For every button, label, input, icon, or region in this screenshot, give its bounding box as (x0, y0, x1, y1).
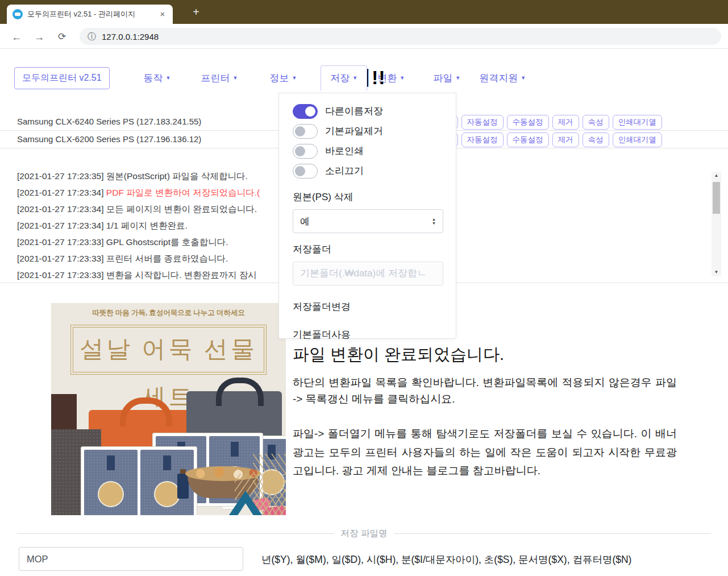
printer-name: Samsung CLX-6240 Series PS (127.183.241.… (17, 117, 201, 126)
browser-tab[interactable]: 모두의프린터 v2.51 - 관리페이지 × (7, 5, 173, 24)
nav-item-file[interactable]: 파일 ▼ (433, 72, 460, 85)
manual-setup-button[interactable]: 수동설정 (507, 132, 549, 147)
app-navbar: 모두의프린터 v2.51 동작 ▼ 프린터 ▼ 정보 ▼ 저장 ▼ 변환 ▼ 파… (14, 67, 526, 89)
log-timestamp: [2021-01-27 17:23:33] (17, 270, 104, 280)
manual-setup-button[interactable]: 수동설정 (507, 115, 549, 130)
save-folder-label: 저장폴더 (293, 243, 442, 256)
log-timestamp: [2021-01-27 17:23:34] (17, 188, 104, 197)
filename-variables-hint: 년($Y), 월($M), 일($D), 시($H), 분($I/대문자아이),… (261, 553, 631, 566)
select-arrows-icon: ▲ ▼ (432, 217, 436, 225)
log-timestamp: [2021-01-27 17:23:33] (17, 254, 104, 263)
remove-button[interactable]: 제거 (552, 115, 579, 130)
save-folder-input (293, 262, 443, 285)
nav-label: 프린터 (201, 72, 230, 85)
nav-item-printer[interactable]: 프린터 ▼ (201, 72, 238, 85)
tab-close-icon[interactable]: × (157, 9, 168, 20)
log-text: 1/1 페이지 변환완료. (106, 221, 188, 230)
toggle-row-print-now[interactable]: 바로인쇄 (293, 141, 442, 161)
toggle-label: 다른이름저장 (325, 105, 383, 118)
remove-default-file-toggle[interactable] (293, 124, 318, 139)
browser-toolbar: ← → ⟳ ⓘ 127.0.0.1:2948 (0, 24, 728, 49)
printer-favicon-icon (13, 9, 23, 19)
ps-delete-value: 예 (300, 215, 310, 228)
print-now-toggle[interactable] (293, 144, 318, 159)
chevron-down-icon: ▼ (352, 75, 357, 81)
print-queue-button[interactable]: 인쇄대기열 (613, 132, 663, 147)
filename-input[interactable] (19, 547, 243, 571)
use-default-folder-item[interactable]: 기본폴더사용 (293, 328, 442, 341)
back-icon[interactable]: ← (9, 30, 24, 44)
nav-item-remote-support[interactable]: 원격지원 ▼ (479, 72, 526, 85)
log-text: 변환을 시작합니다. 변환완료까지 잠시 (106, 270, 257, 280)
toggle-row-remove-default-file[interactable]: 기본파일제거 (293, 121, 442, 141)
save-as-toggle[interactable] (293, 104, 318, 119)
chevron-down-icon: ▼ (233, 75, 238, 81)
filename-legend: 저장 파일명 (334, 528, 394, 540)
printer-name: Samsung CLX-6200 Series PS (127.196.136.… (17, 134, 201, 144)
nav-label: 원격지원 (479, 72, 518, 85)
nav-label: 파일 (433, 72, 452, 85)
banner-tagline: 따뜻한 마음 가득, 효성어묵으로 나누고 더하세요 (51, 308, 286, 318)
toggle-row-mute[interactable]: 소리끄기 (293, 161, 442, 181)
chevron-down-icon: ▼ (292, 75, 297, 81)
conversion-instructions: 하단의 변환파일 목록을 확인바랍니다. 변환파일목록에 적용되지 않은경우 파… (293, 374, 677, 408)
conversion-message: 파일 변환이 완료되었습니다. 하단의 변환파일 목록을 확인바랍니다. 변환파… (293, 343, 677, 480)
nav-label: 동작 (144, 72, 163, 85)
log-scrollbar[interactable]: ▲ ▼ (712, 172, 721, 276)
printer-actions: 자동설정 수동설정 제거 속성 인쇄대기열 (441, 132, 663, 147)
log-text: GPL Ghostscript를 호출합니다. (106, 237, 228, 247)
info-icon[interactable]: ⓘ (88, 31, 96, 42)
ps-delete-label: 원본(PS) 삭제 (293, 190, 442, 204)
nav-item-action[interactable]: 동작 ▼ (144, 72, 171, 85)
scrollbar-thumb[interactable] (713, 182, 720, 214)
remove-button[interactable]: 제거 (552, 132, 579, 147)
log-text: 원본(PostScript) 파일을 삭제합니다. (106, 171, 248, 181)
url-text: 127.0.0.1:2948 (102, 32, 159, 42)
ps-delete-select[interactable]: 예 ▲ ▼ (293, 209, 443, 233)
chevron-down-icon: ▼ (166, 75, 171, 81)
sauce-bottle (177, 474, 189, 499)
log-text: 프린터 서버를 종료하였습니다. (106, 254, 228, 263)
arrow-down-icon: ▼ (432, 221, 436, 225)
conversion-complete-heading: 파일 변환이 완료되었습니다. (293, 343, 677, 366)
toggle-label: 소리끄기 (325, 164, 364, 177)
save-dropdown-menu: 다른이름저장 기본파일제거 바로인쇄 소리끄기 원본(PS) 삭제 예 ▲ ▼ … (278, 93, 456, 339)
banner-title-frame: 설날 어묵 선물세트 (70, 325, 267, 375)
properties-button[interactable]: 속성 (583, 132, 609, 147)
brand-button[interactable]: 모두의프린터 v2.51 (14, 67, 110, 89)
change-save-folder-item[interactable]: 저장폴더변경 (293, 300, 442, 313)
log-timestamp: [2021-01-27 17:23:33] (17, 237, 104, 247)
screen: 모두의프린터 v2.51 - 관리페이지 × + ← → ⟳ ⓘ 127.0.0… (0, 0, 728, 576)
scroll-up-icon[interactable]: ▲ (712, 172, 721, 180)
log-text: PDF 파일로 변환하여 저장되었습니다.( (106, 188, 260, 197)
forward-icon[interactable]: → (32, 30, 47, 44)
log-text: 모든 페이지의 변환이 완료되었습니다. (106, 204, 257, 214)
brand-triangle-logo (222, 491, 269, 515)
nav-item-save[interactable]: 저장 ▼ (321, 65, 367, 91)
arrow-up-icon: ▲ (432, 217, 436, 221)
log-timestamp: [2021-01-27 17:23:34] (17, 221, 104, 230)
browser-tabbar: 모두의프린터 v2.51 - 관리페이지 × + (0, 0, 728, 24)
tab-title: 모두의프린터 v2.51 - 관리페이지 (27, 9, 151, 19)
nav-label: 정보 (269, 72, 289, 85)
address-bar[interactable]: ⓘ 127.0.0.1:2948 (80, 28, 721, 45)
mute-toggle[interactable] (293, 164, 318, 179)
chevron-down-icon: ▼ (455, 75, 460, 81)
scroll-down-icon[interactable]: ▼ (712, 268, 721, 276)
chevron-down-icon: ▼ (400, 75, 405, 81)
banner-ad[interactable]: 따뜻한 마음 가득, 효성어묵으로 나누고 더하세요 설날 어묵 선물세트 (51, 303, 286, 515)
print-queue-button[interactable]: 인쇄대기열 (613, 115, 663, 130)
nav-item-info[interactable]: 정보 ▼ (269, 72, 297, 85)
auto-setup-button[interactable]: 자동설정 (461, 115, 504, 130)
banner-notice: 파일-> 폴더열기 메뉴를 통해 탐색기로도 저장폴더를 보실 수 있습니다. … (293, 425, 677, 480)
nav-label: 저장 (330, 72, 350, 85)
toggle-label: 바로인쇄 (325, 144, 364, 158)
log-timestamp: [2021-01-27 17:23:35] (17, 171, 104, 181)
reload-icon[interactable]: ⟳ (55, 30, 69, 44)
toggle-row-save-as[interactable]: 다른이름저장 (293, 101, 442, 121)
chevron-down-icon: ▼ (521, 75, 526, 81)
auto-setup-button[interactable]: 자동설정 (461, 132, 504, 147)
log-timestamp: [2021-01-27 17:23:34] (17, 204, 104, 214)
properties-button[interactable]: 속성 (583, 115, 609, 130)
new-tab-button[interactable]: + (188, 3, 205, 20)
